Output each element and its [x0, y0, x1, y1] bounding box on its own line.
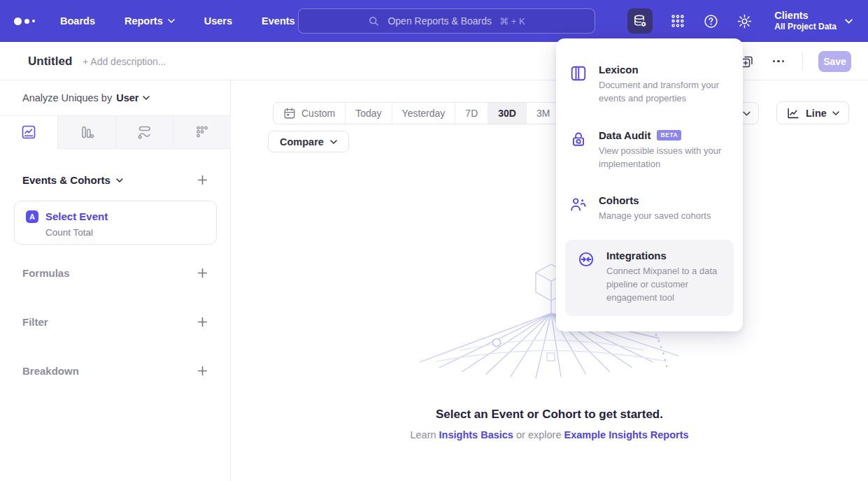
nav-item-label: Reports: [124, 15, 163, 27]
menu-item-title: Data Audit: [599, 129, 650, 141]
menu-item-description: View possible issues with your implement…: [599, 145, 729, 171]
nav-item-label: Boards: [60, 15, 95, 27]
compare-label: Compare: [280, 136, 324, 148]
tab-flows[interactable]: [115, 116, 173, 149]
breakdown-section: Breakdown: [22, 364, 209, 378]
menu-item-title: Cohorts: [599, 194, 639, 206]
project-switcher[interactable]: Clients All Project Data: [774, 9, 853, 33]
plus-icon: [197, 317, 208, 327]
settings-button[interactable]: [737, 13, 753, 29]
tab-retention[interactable]: [173, 116, 231, 149]
primary-nav: Boards Reports Users Events: [60, 15, 295, 27]
cohorts-people-icon: [570, 196, 587, 213]
add-formula-button[interactable]: [196, 266, 209, 280]
filter-label: Filter: [22, 316, 48, 328]
date-range-label: 30D: [498, 108, 516, 119]
tab-insights[interactable]: [0, 116, 57, 149]
add-breakdown-button[interactable]: [196, 364, 209, 378]
report-actions: Save: [739, 42, 852, 80]
integrations-exchange-icon: [578, 251, 595, 268]
nav-item-users[interactable]: Users: [204, 15, 232, 27]
chart-type-button[interactable]: Line: [776, 101, 849, 124]
line-chart-icon: [786, 106, 800, 120]
date-range-7d[interactable]: 7D: [455, 103, 488, 124]
chevron-down-icon: [168, 19, 175, 23]
report-title[interactable]: Untitled: [28, 55, 72, 69]
project-name: All Project Data: [774, 22, 837, 33]
menu-item-integrations[interactable]: Integrations Connect Mixpanel to a data …: [565, 240, 734, 316]
date-range-custom[interactable]: Custom: [273, 103, 346, 124]
analyze-by-dropdown[interactable]: User: [116, 92, 150, 103]
empty-state-title: Select an Event or Cohort to get started…: [231, 408, 868, 422]
beta-badge: BETA: [657, 130, 681, 141]
breakdown-label: Breakdown: [22, 365, 79, 377]
menu-item-title: Integrations: [606, 250, 667, 261]
menu-item-cohorts[interactable]: Cohorts Manage your saved cohorts: [556, 187, 743, 230]
calendar-icon: [283, 107, 296, 120]
select-event-button[interactable]: Select Event: [45, 210, 108, 222]
formulas-section: Formulas: [22, 266, 209, 280]
date-range-label: 3M: [536, 108, 550, 119]
date-range-label: Yesterday: [402, 108, 446, 119]
data-audit-lock-icon: [570, 131, 587, 148]
report-type-tabs: [0, 115, 231, 149]
grid-icon: [670, 13, 685, 29]
divider: [802, 52, 803, 71]
chevron-down-icon: [845, 19, 853, 24]
menu-item-description: Manage your saved cohorts: [599, 210, 711, 223]
filter-section: Filter: [22, 315, 209, 329]
mixpanel-logo-icon[interactable]: [14, 17, 35, 25]
nav-item-boards[interactable]: Boards: [60, 15, 95, 27]
count-total-dropdown[interactable]: Count Total: [45, 227, 93, 238]
search-shortcut: ⌘ + K: [499, 16, 525, 27]
tab-funnels[interactable]: [57, 116, 115, 149]
mixpanel-insights-screen: Boards Reports Users Events Open Reports…: [0, 0, 868, 481]
plus-icon: [197, 175, 208, 185]
plus-icon: [197, 268, 208, 278]
events-cohorts-header[interactable]: Events & Cohorts: [22, 174, 123, 186]
event-series-badge: A: [26, 210, 38, 223]
compare-button[interactable]: Compare: [268, 131, 349, 152]
retention-grid-icon: [194, 124, 210, 140]
menu-item-description: Document and transform your events and p…: [599, 79, 729, 106]
event-card[interactable]: A Select Event Count Total: [14, 201, 217, 245]
learn-prefix: Learn: [410, 429, 436, 440]
help-button[interactable]: [703, 13, 719, 29]
chevron-down-icon: [330, 140, 337, 144]
query-builder-panel: Analyze Uniques by User: [0, 80, 231, 481]
analyze-label: Analyze Uniques by: [22, 92, 112, 103]
lexicon-book-icon: [570, 65, 587, 82]
date-range-label: Custom: [301, 108, 335, 119]
nav-item-label: Users: [204, 15, 232, 27]
flows-icon: [136, 124, 152, 141]
nav-utilities: Clients All Project Data: [627, 0, 868, 42]
save-button[interactable]: Save: [818, 51, 851, 72]
gear-icon: [737, 13, 753, 29]
search-input[interactable]: Open Reports & Boards ⌘ + K: [298, 8, 595, 34]
empty-state-links: Learn Insights Basics or explore Example…: [231, 429, 868, 440]
menu-item-lexicon[interactable]: Lexicon Document and transform your even…: [556, 57, 743, 113]
date-range-today[interactable]: Today: [346, 103, 392, 124]
menu-item-data-audit[interactable]: Data Audit BETA View possible issues wit…: [556, 122, 743, 178]
add-filter-button[interactable]: [196, 315, 209, 329]
database-gear-icon: [632, 13, 648, 29]
date-range-yesterday[interactable]: Yesterday: [392, 103, 456, 124]
data-management-button[interactable]: [627, 8, 653, 34]
example-insights-reports-link[interactable]: Example Insights Reports: [564, 429, 688, 440]
date-range-label: 7D: [465, 108, 478, 119]
chart-type-label: Line: [806, 108, 827, 119]
date-range-30d[interactable]: 30D: [488, 103, 527, 124]
nav-item-events[interactable]: Events: [262, 15, 295, 27]
nav-item-label: Events: [262, 15, 295, 27]
apps-grid-button[interactable]: [670, 13, 685, 29]
top-navigation: Boards Reports Users Events Open Reports…: [0, 0, 868, 42]
or-explore-text: or explore: [516, 429, 561, 440]
nav-item-reports[interactable]: Reports: [124, 15, 175, 27]
chevron-down-icon: [832, 111, 839, 115]
report-description-placeholder[interactable]: + Add description...: [83, 56, 166, 67]
more-options-button[interactable]: [770, 57, 788, 66]
org-name: Clients: [774, 9, 837, 22]
funnels-bars-icon: [78, 124, 94, 141]
insights-basics-link[interactable]: Insights Basics: [439, 429, 513, 440]
add-event-button[interactable]: [196, 173, 209, 187]
